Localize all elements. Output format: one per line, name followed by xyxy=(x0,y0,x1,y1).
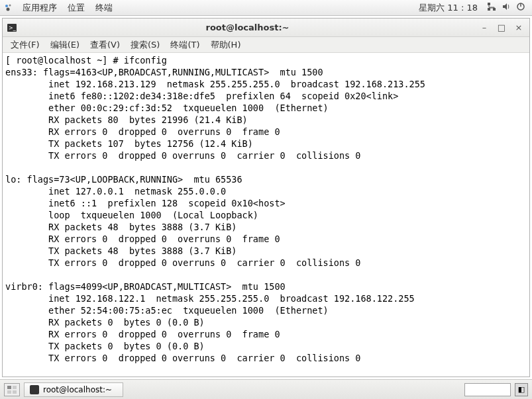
task-terminal[interactable]: root@localhost:~ xyxy=(24,382,123,397)
applications-menu[interactable]: 应用程序 xyxy=(17,2,62,14)
menu-file[interactable]: 文件(F) xyxy=(5,39,45,51)
maximize-button[interactable]: □ xyxy=(495,22,508,33)
menu-help[interactable]: 帮助(H) xyxy=(205,39,246,51)
output-text: ens33: flags=4163<UP,BROADCAST,RUNNING,M… xyxy=(5,67,425,363)
places-menu[interactable]: 位置 xyxy=(62,2,90,14)
gnome-logo-icon xyxy=(4,3,13,13)
taskbar: root@localhost:~ ◧ xyxy=(0,379,532,399)
notification-area-icon[interactable]: ◧ xyxy=(515,383,528,396)
menu-search[interactable]: 搜索(S) xyxy=(125,39,165,51)
menu-terminal[interactable]: 终端(T) xyxy=(165,39,205,51)
svg-rect-4 xyxy=(493,8,496,11)
menu-edit[interactable]: 编辑(E) xyxy=(45,39,85,51)
svg-rect-3 xyxy=(488,3,490,5)
menu-view[interactable]: 查看(V) xyxy=(85,39,125,51)
svg-rect-10 xyxy=(7,386,11,389)
menubar: 文件(F) 编辑(E) 查看(V) 搜索(S) 终端(T) 帮助(H) xyxy=(3,37,529,53)
terminal-icon xyxy=(30,385,39,394)
top-panel: 应用程序 位置 终端 星期六 11 : 18 xyxy=(0,0,532,16)
window-title: root@localhost:~ xyxy=(21,22,474,32)
task-label: root@localhost:~ xyxy=(43,385,112,394)
svg-point-2 xyxy=(7,7,10,11)
svg-rect-5 xyxy=(488,8,490,11)
svg-rect-13 xyxy=(13,390,17,394)
terminal-menu[interactable]: 终端 xyxy=(90,2,118,14)
workspace-switcher[interactable] xyxy=(4,383,20,396)
prompt: [ root@localhost ~] # xyxy=(5,55,124,66)
terminal-window: >_ root@localhost:~ – □ × 文件(F) 编辑(E) 查看… xyxy=(2,18,530,377)
clock[interactable]: 星期六 11 : 18 xyxy=(412,2,484,14)
power-icon[interactable] xyxy=(513,2,528,13)
svg-point-1 xyxy=(9,4,11,6)
input-method-field[interactable] xyxy=(464,383,511,396)
minimize-button[interactable]: – xyxy=(478,22,491,33)
close-button[interactable]: × xyxy=(512,22,525,33)
svg-rect-11 xyxy=(13,386,17,389)
svg-text:>_: >_ xyxy=(9,25,17,31)
svg-point-0 xyxy=(5,5,8,7)
svg-rect-12 xyxy=(7,390,11,394)
terminal-output[interactable]: [ root@localhost ~] # ifconfig ens33: fl… xyxy=(3,53,529,377)
network-icon[interactable] xyxy=(484,2,499,13)
volume-icon[interactable] xyxy=(499,2,513,13)
command: ifconfig xyxy=(124,55,167,66)
terminal-icon: >_ xyxy=(7,22,17,33)
titlebar[interactable]: >_ root@localhost:~ – □ × xyxy=(3,19,529,37)
